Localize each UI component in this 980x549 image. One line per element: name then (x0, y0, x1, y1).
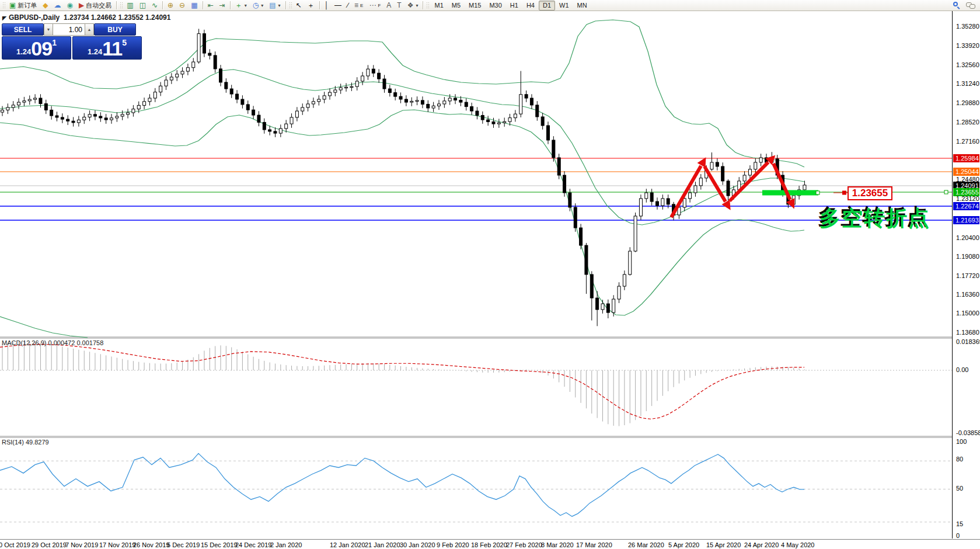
rsi-axis-label: 15 (956, 520, 963, 527)
pivot-annotation-text[interactable]: 多空转折点 (819, 204, 930, 233)
price-badge: 1.22674 (953, 202, 979, 210)
x-axis-label: 17 Nov 2019 (99, 541, 135, 548)
volume-up-button[interactable]: ▲ (85, 23, 94, 36)
y-axis-label: 1.19080 (956, 253, 979, 260)
buy-price-sup: 5 (122, 38, 127, 47)
x-axis-label: 15 Dec 2019 (201, 541, 237, 548)
x-axis-label: 4 May 2020 (781, 541, 814, 548)
rsi-label: RSI(14) 49.8279 (2, 439, 49, 446)
y-axis-label: 1.17720 (956, 272, 979, 279)
sell-price-small: 1.24 (16, 47, 31, 56)
rsi-axis-label: 0 (956, 532, 960, 539)
y-axis-label: 1.13680 (956, 329, 979, 336)
y-axis-label: 1.29880 (956, 99, 979, 106)
x-axis-label: 2 Jan 2020 (270, 541, 302, 548)
x-axis-label: 26 Nov 2019 (133, 541, 169, 548)
chart-symbol-period: GBPUSD-,Daily (9, 13, 60, 22)
volume-input[interactable] (53, 23, 85, 36)
y-axis-label: 1.31240 (956, 80, 979, 87)
x-axis-label: 30 Jan 2020 (400, 541, 435, 548)
mt4-window: ▣新订单◆☁◉▶自动交易▥◫∿⊕⊖▦⇤⇥＋▾◷▾▤▾↖＋│—∕≡E⋯FAT❖▾M… (0, 0, 980, 549)
x-axis-label: 5 Apr 2020 (668, 541, 699, 548)
time-axis[interactable]: 20 Oct 201929 Oct 20197 Nov 201917 Nov 2… (0, 539, 980, 549)
x-axis-label: 5 Dec 2019 (167, 541, 200, 548)
macd-label: MACD(12,26,9) 0.000472 0.001758 (2, 339, 103, 346)
rsi-axis-label: 50 (956, 485, 963, 492)
y-axis-label: 1.35280 (956, 23, 979, 30)
buy-button[interactable]: BUY (94, 23, 136, 36)
x-axis-label: 24 Apr 2020 (744, 541, 779, 548)
macd-axis-label: -0.038585 (956, 429, 980, 436)
rsi-axis-label: 100 (956, 438, 967, 445)
x-axis-label: 17 Mar 2020 (576, 541, 612, 548)
sell-price-big: 09 (31, 39, 52, 58)
price-badge: 1.21693 (953, 216, 979, 224)
rsi-axis-label: 80 (956, 456, 963, 463)
buy-price[interactable]: 1.24 11 5 (72, 36, 142, 60)
x-axis-label: 27 Feb 2020 (506, 541, 542, 548)
x-axis-label: 8 Mar 2020 (541, 541, 574, 548)
buy-price-small: 1.24 (88, 47, 102, 56)
price-annotation-box[interactable]: 1.23655 (848, 186, 892, 200)
price-axis[interactable]: 1.352801.339201.325601.312401.298801.285… (953, 11, 980, 538)
expand-triangle-icon[interactable]: ◤ (2, 15, 6, 21)
y-axis-label: 1.33920 (956, 42, 979, 49)
price-chart[interactable] (0, 0, 980, 549)
y-axis-label: 1.15000 (956, 310, 979, 317)
price-badge: 1.25044 (953, 168, 979, 176)
macd-axis-label: 0.00 (956, 366, 968, 373)
x-axis-label: 21 Jan 2020 (365, 541, 400, 548)
price-badge: 1.25984 (953, 154, 979, 162)
x-axis-label: 20 Oct 2019 (0, 541, 30, 548)
x-axis-label: 15 Apr 2020 (706, 541, 741, 548)
x-axis-label: 7 Nov 2019 (65, 541, 98, 548)
y-axis-label: 1.20400 (956, 234, 979, 241)
macd-axis-label: 0.018369 (956, 338, 980, 345)
price-badge: 1.23655 (953, 188, 979, 196)
chart-ohlc-values: 1.23734 1.24662 1.23552 1.24091 (64, 13, 171, 22)
buy-price-big: 11 (102, 39, 122, 58)
sell-button[interactable]: SELL (2, 23, 44, 36)
x-axis-label: 26 Mar 2020 (628, 541, 664, 548)
x-axis-label: 24 Dec 2019 (235, 541, 271, 548)
y-axis-label: 1.27160 (956, 138, 979, 145)
x-axis-label: 12 Jan 2020 (330, 541, 365, 548)
sell-price[interactable]: 1.24 09 1 (2, 36, 71, 60)
x-axis-label: 18 Feb 2020 (471, 541, 507, 548)
y-axis-label: 1.16360 (956, 291, 979, 298)
one-click-trading-panel: SELL ▼ ▲ BUY 1.24 09 1 1.24 11 5 (2, 23, 145, 60)
volume-down-button[interactable]: ▼ (44, 23, 53, 36)
x-axis-label: 9 Feb 2020 (437, 541, 469, 548)
x-axis-label: 29 Oct 2019 (32, 541, 67, 548)
y-axis-label: 1.32560 (956, 61, 979, 68)
y-axis-label: 1.28520 (956, 119, 979, 126)
sell-price-sup: 1 (52, 38, 57, 47)
chart-title: ◤GBPUSD-,Daily 1.23734 1.24662 1.23552 1… (2, 13, 170, 22)
